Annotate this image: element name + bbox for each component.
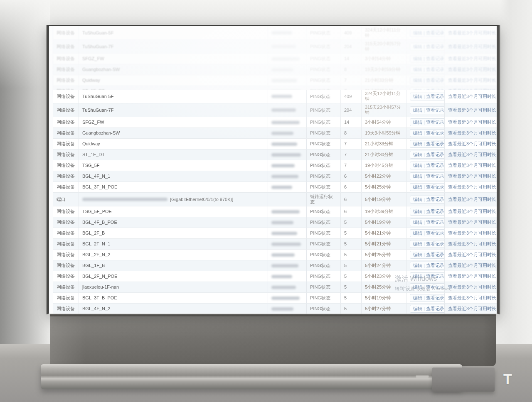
view-availability-link[interactable]: 查看最近3个月可用时长 [448,120,496,125]
fault-duration-value: 21小时30分钟 [365,152,393,157]
view-availability-link[interactable]: 查看最近3个月可用时长 [448,241,496,247]
edit-view-records-button[interactable]: 编辑 | 查看记录 [410,140,445,148]
device-name-label: BGL_1F_B [82,263,105,268]
fault-duration-cell: 21小时30分钟 [362,150,406,160]
device-name-cell: Guangbozhan-SW [79,128,268,138]
device-type-cell: 网络设备 [53,26,79,39]
edit-view-records-button[interactable]: 编辑 | 查看记录 [410,118,445,126]
device-type-label: 网络设备 [57,274,75,279]
ip-address-cell [268,54,307,64]
view-availability-link[interactable]: 查看最近3个月可用时长 [448,78,496,83]
view-availability-link[interactable]: 查看最近3个月可用时长 [448,56,496,61]
ip-blurred [271,297,300,300]
edit-view-records-button[interactable]: 编辑 | 查看记录 [410,305,445,313]
view-availability-link[interactable]: 查看最近3个月可用时长 [448,230,496,236]
edit-view-records-button[interactable]: 编辑 | 查看记录 [410,55,445,63]
monitor-type-cell: PING状态 [307,171,341,181]
device-name-label: TSG_5F_POE [82,209,112,214]
view-availability-link[interactable]: 查看最近3个月可用时长 [448,130,496,136]
view-availability-link[interactable]: 查看最近3个月可用时长 [448,284,496,290]
view-availability-link[interactable]: 查看最近3个月可用时长 [448,263,496,268]
ip-address-cell [268,206,307,217]
view-availability-link[interactable]: 查看最近3个月可用时长 [448,274,496,279]
fault-duration-value: 5小时19分钟 [365,220,391,225]
edit-view-records-button[interactable]: 编辑 | 查看记录 [410,294,445,302]
monitor-type-cell: PING状态 [307,206,341,217]
device-type-cell: 网络设备 [53,75,79,86]
table-row: 网络设备Guangbozhan-SWPING状态819天3小时59分钟编辑 | … [53,128,497,139]
view-availability-link[interactable]: 查看最近3个月可用时长 [448,252,496,257]
edit-view-records-button[interactable]: 编辑 | 查看记录 [410,93,445,100]
edit-view-records-button[interactable]: 编辑 | 查看记录 [410,172,445,180]
monitor-type-cell: PING状态 [307,182,341,192]
edit-view-records-button[interactable]: 编辑 | 查看记录 [410,196,445,203]
wall-background-right [500,0,532,402]
fault-count-cell: 204 [341,40,362,53]
view-availability-link[interactable]: 查看最近3个月可用时长 [448,94,496,99]
view-availability-link[interactable]: 查看最近3个月可用时长 [448,163,496,168]
device-name-label: Guangbozhan-SW [82,130,120,136]
edit-view-records-button[interactable]: 编辑 | 查看记录 [410,151,445,159]
edit-view-records-button[interactable]: 编辑 | 查看记录 [410,162,445,169]
view-availability-link[interactable]: 查看最近3个月可用时长 [448,220,496,225]
edit-view-records-button[interactable]: 编辑 | 查看记录 [410,251,445,259]
edit-view-records-button[interactable]: 编辑 | 查看记录 [410,240,445,248]
edit-view-records-button[interactable]: 编辑 | 查看记录 [410,183,445,191]
edit-view-records-button[interactable]: 编辑 | 查看记录 [410,218,445,226]
view-availability-link[interactable]: 查看最近3个月可用时长 [448,306,496,311]
view-availability-link[interactable]: 查看最近3个月可用时长 [448,108,496,113]
edit-view-records-button[interactable]: 编辑 | 查看记录 [410,262,445,270]
device-type-label: 网络设备 [57,184,75,190]
monitor-type-label: PING状态 [310,306,330,311]
edit-view-records-button[interactable]: 编辑 | 查看记录 [410,129,445,137]
device-type-label: 网络设备 [57,152,75,157]
view-availability-link[interactable]: 查看最近3个月可用时长 [448,197,496,202]
availability-cell: 查看最近3个月可用时长 [445,239,497,249]
edit-view-records-button[interactable]: 编辑 | 查看记录 [410,43,445,51]
fault-duration-cell: 5小时23分钟 [362,271,406,282]
ip-blurred [271,164,295,167]
edit-view-records-button[interactable]: 编辑 | 查看记录 [410,229,445,237]
edit-view-records-button[interactable]: 编辑 | 查看记录 [410,283,445,291]
fault-duration-cell: 5小时25分钟 [362,282,406,292]
actions-cell: 编辑 | 查看记录 [406,282,445,292]
ip-address-cell [268,260,307,271]
monitor-type-cell: PING状态 [307,217,341,228]
edit-view-records-button[interactable]: 编辑 | 查看记录 [410,66,445,74]
ip-address-cell [268,304,307,314]
device-name-cell: BGL_2F_B [79,228,268,238]
view-availability-link[interactable]: 查看最近3个月可用时长 [448,141,496,147]
edit-view-records-button[interactable]: 编辑 | 查看记录 [410,29,445,37]
view-availability-link[interactable]: 查看最近3个月可用时长 [448,209,496,214]
view-availability-link[interactable]: 查看最近3个月可用时长 [448,67,496,72]
device-name-cell: SFGZ_FW [79,117,268,127]
view-availability-link[interactable]: 查看最近3个月可用时长 [448,174,496,179]
edit-view-records-button[interactable]: 编辑 | 查看记录 [410,106,445,114]
actions-cell: 编辑 | 查看记录 [406,26,445,39]
fault-count-value: 409 [344,30,352,36]
ip-blurred [271,307,293,311]
device-type-cell: 网络设备 [53,271,79,282]
edit-view-records-button[interactable]: 编辑 | 查看记录 [410,76,445,84]
fault-duration-cell: 3小时54分钟 [362,54,406,64]
fault-duration-cell: 5小时25分钟 [362,182,406,192]
fault-count-value: 7 [344,141,347,147]
fault-duration-value: 21小时33分钟 [365,141,393,147]
view-availability-link[interactable]: 查看最近3个月可用时长 [448,295,496,301]
fault-count-value: 5 [344,263,347,268]
monitor-type-label: PING状态 [310,108,330,113]
table-row: 网络设备ST_1F_DTPING状态721小时30分钟编辑 | 查看记录查看最近… [53,150,497,160]
device-type-cell: 网络设备 [53,260,79,271]
edit-view-records-button[interactable]: 编辑 | 查看记录 [410,208,445,216]
monitor-type-label: PING状态 [310,94,330,99]
availability-cell: 查看最近3个月可用时长 [445,182,497,192]
ip-address-cell [268,193,307,206]
view-availability-link[interactable]: 查看最近3个月可用时长 [448,184,496,190]
fault-duration-cell: 5小时19分钟 [362,217,406,228]
ip-address-cell [268,160,307,171]
device-name-label: TuShuGuan-7F [82,44,113,49]
view-availability-link[interactable]: 查看最近3个月可用时长 [448,44,496,49]
view-availability-link[interactable]: 查看最近3个月可用时长 [448,152,496,157]
edit-view-records-button[interactable]: 编辑 | 查看记录 [410,272,445,280]
view-availability-link[interactable]: 查看最近3个月可用时长 [448,30,496,36]
